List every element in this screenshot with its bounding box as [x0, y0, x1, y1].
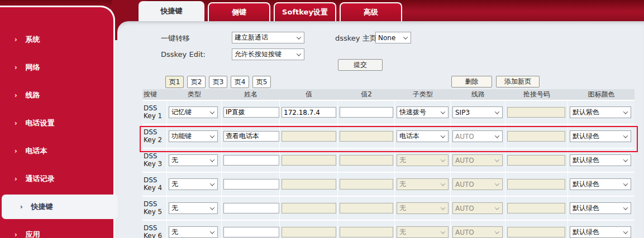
chevron-right-icon: › [15, 36, 17, 43]
type-select[interactable]: 无 [169, 178, 218, 190]
value2-input [340, 203, 393, 213]
chevron-down-icon [297, 35, 301, 39]
chevron-down-icon [495, 109, 499, 114]
icon-color-select[interactable]: 默认绿色 [570, 178, 631, 190]
dsskey-home-select[interactable]: None [375, 32, 411, 43]
name-input[interactable] [223, 203, 279, 213]
icon-color-select[interactable]: 默认绿色 [570, 202, 631, 214]
add-new-page-button[interactable]: 添加新页 [496, 76, 540, 88]
chevron-down-icon [495, 133, 499, 138]
page-button-1[interactable]: 页1 [165, 76, 184, 88]
sidebar-item-4[interactable]: ›电话本 [0, 137, 113, 165]
type-select[interactable]: 无 [169, 154, 218, 166]
chevron-down-icon [441, 109, 445, 114]
dsskey-table: 按键类型姓名值值2子类型线路抢接号码图标颜色 DSS Key 1 记忆键 快速拨… [142, 89, 635, 238]
column-header-7: 抢接号码 [505, 89, 568, 101]
one-key-transfer-select[interactable]: 建立新通话 [232, 32, 304, 43]
line-select[interactable]: SIP3 [452, 106, 503, 118]
dss-key-label: DSS Key 5 [142, 197, 167, 221]
chevron-down-icon [623, 181, 628, 186]
table-row: DSS Key 2 功能键 电话本 AUTO 默认绿色 [142, 125, 635, 149]
column-header-2: 姓名 [222, 89, 280, 101]
icon-color-select[interactable]: 默认绿色 [570, 130, 631, 142]
column-header-5: 子类型 [395, 89, 451, 101]
chevron-down-icon [210, 157, 214, 162]
sidebar-item-2[interactable]: ›线路 [0, 81, 113, 109]
page-button-2[interactable]: 页2 [187, 76, 206, 88]
pickup-number-input [507, 155, 565, 166]
pickup-number-input [507, 203, 565, 213]
tab-2[interactable]: Softkey设置 [274, 2, 336, 21]
delete-button[interactable]: 删除 [451, 76, 492, 88]
sidebar-item-5[interactable]: ›通话记录 [0, 165, 113, 193]
chevron-down-icon [495, 181, 499, 186]
chevron-down-icon [495, 229, 499, 234]
type-select[interactable]: 无 [169, 226, 218, 238]
type-select[interactable]: 记忆键 [169, 106, 218, 118]
sidebar-item-label: 系统 [26, 35, 40, 45]
name-input[interactable] [223, 155, 279, 166]
subtype-select[interactable]: 电话本 [397, 130, 449, 142]
sidebar-item-1[interactable]: ›网络 [0, 54, 113, 81]
tab-1[interactable]: 侧键 [208, 2, 270, 21]
name-input[interactable] [223, 107, 279, 118]
value2-input[interactable] [340, 107, 393, 118]
chevron-down-icon [210, 205, 214, 210]
table-header-row: 按键类型姓名值值2子类型线路抢接号码图标颜色 [142, 89, 635, 101]
sidebar-item-7[interactable]: ›应用 [0, 221, 113, 238]
chevron-down-icon [495, 205, 499, 210]
page-button-5[interactable]: 页5 [252, 76, 271, 88]
subtype-select: 无 [397, 154, 449, 166]
value2-input [340, 155, 393, 166]
dss-key-label: DSS Key 4 [142, 173, 167, 197]
icon-color-select[interactable]: 默认紫色 [570, 106, 631, 118]
sidebar-item-0[interactable]: ›系统 [0, 26, 113, 54]
sidebar-item-3[interactable]: ›电话设置 [0, 109, 113, 137]
subtype-select: 无 [397, 202, 449, 214]
sidebar-item-label: 快捷键 [31, 202, 53, 212]
value2-input [340, 179, 393, 190]
chevron-right-icon: › [15, 119, 17, 127]
sidebar-items: ›系统›网络›线路›电话设置›电话本›通话记录›快捷键›应用 [0, 7, 113, 238]
type-select[interactable]: 功能键 [169, 130, 218, 142]
value2-input [340, 131, 393, 142]
chevron-down-icon [210, 229, 214, 234]
subtype-select: 无 [397, 226, 449, 238]
submit-button[interactable]: 提交 [338, 59, 383, 71]
line-select[interactable]: AUTO [452, 130, 503, 142]
chevron-down-icon [403, 35, 408, 39]
table-row: DSS Key 5 无 无 AUTO 默认绿色 [142, 197, 635, 221]
name-input[interactable] [223, 131, 279, 142]
type-select[interactable]: 无 [169, 202, 218, 214]
sidebar-item-label: 应用 [26, 230, 40, 238]
chevron-down-icon [623, 133, 628, 138]
sidebar: ›系统›网络›线路›电话设置›电话本›通话记录›快捷键›应用 [0, 6, 115, 238]
tab-bar: 快捷键侧键Softkey设置高级 [139, 1, 402, 21]
icon-color-select[interactable]: 默认绿色 [570, 226, 631, 238]
icon-color-select[interactable]: 默认绿色 [570, 154, 631, 166]
dss-key-label: DSS Key 1 [142, 101, 167, 125]
tab-0[interactable]: 快捷键 [139, 1, 204, 21]
value-input [282, 203, 336, 213]
name-input[interactable] [223, 179, 279, 190]
dsskey-edit-select[interactable]: 允许长按短按键 [232, 48, 304, 60]
chevron-down-icon [495, 157, 499, 162]
sidebar-item-label: 线路 [26, 90, 40, 100]
pickup-number-input [507, 227, 565, 237]
chevron-down-icon [623, 229, 628, 234]
pickup-number-input [507, 107, 565, 118]
name-input[interactable] [223, 227, 279, 237]
page-button-3[interactable]: 页3 [209, 76, 227, 88]
pickup-number-input [507, 131, 565, 142]
subtype-select[interactable]: 快速拨号 [397, 106, 449, 118]
dss-key-label: DSS Key 3 [142, 149, 167, 173]
page-button-4[interactable]: 页4 [231, 76, 249, 88]
chevron-right-icon: › [15, 147, 17, 155]
chevron-down-icon [297, 51, 301, 56]
value-input[interactable] [282, 107, 336, 118]
value-input [282, 179, 336, 190]
table-row: DSS Key 3 无 无 AUTO 默认绿色 [142, 149, 635, 173]
tab-3[interactable]: 高级 [340, 2, 402, 21]
chevron-down-icon [441, 205, 445, 210]
sidebar-item-6[interactable]: ›快捷键 [2, 195, 118, 219]
